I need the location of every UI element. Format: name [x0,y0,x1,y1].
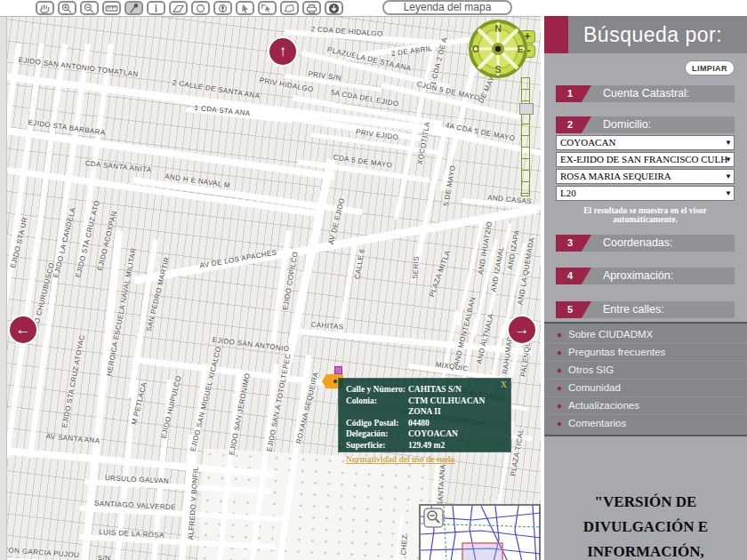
link-label: Otros SIG [568,364,614,375]
popup-row-label: Colonia: [346,396,408,418]
chevron-down-icon: ▼ [725,187,732,200]
domicilio-select-2[interactable]: ROSA MARIA SEQUEIRA▼ [556,169,735,184]
section-number-badge: 5 [556,301,591,318]
street-label: S/N [98,555,111,560]
section-label: Cuenta Catastral: [603,85,689,102]
link-label: Comentarios [568,418,626,428]
search-section-cuenta-catastral[interactable]: 1Cuenta Catastral: [556,85,735,102]
popup-close-button[interactable]: X [501,380,507,389]
select-arrow-tool-button[interactable] [236,1,254,15]
popup-row-value: COYOACAN [408,428,458,440]
measure-ruler-tool-button[interactable] [102,1,121,15]
domicilio-select-0[interactable]: COYOACAN▼ [556,135,735,150]
compass-west[interactable]: O [472,44,479,54]
popup-row-value: 129.49 m2 [408,440,445,452]
popup-row: Colonia:CTM CULHUACAN ZONA II [346,396,505,418]
search-panel-body: LIMPIAR 1Cuenta Catastral:2Domicilio: CO… [544,53,747,322]
identify-info-tool-button[interactable] [147,1,165,15]
circle-select-tool-button[interactable] [191,1,210,15]
buffer-point-tool-button[interactable] [213,1,232,15]
polygon-select-tool-button[interactable] [280,1,299,15]
clear-button[interactable]: LIMPIAR [685,60,735,76]
overview-minimap[interactable] [419,504,541,560]
section-label: Entre calles: [603,301,664,318]
select-value: ROSA MARIA SEQUEIRA [560,171,671,181]
selection-point-marker [334,366,342,374]
pan-left-button[interactable]: ← [10,316,36,343]
print-tool-button[interactable] [302,1,321,15]
sidebar-link-otros-sig[interactable]: ●Otros SIG [544,362,747,380]
pan-up-button[interactable]: ↑ [269,38,296,65]
multi-select-arrow-tool-button[interactable] [258,1,277,15]
minimap-extent-rectangle[interactable] [462,543,502,560]
panel-title: Búsqueda por: [583,16,722,53]
bullet-icon: ● [557,419,562,428]
select-value: L20 [560,188,576,198]
chevron-down-icon: ▼ [725,170,732,183]
link-label: Preguntas frecuentes [568,347,665,357]
popup-row: Calle y Número:CAHITAS S/N [346,384,505,396]
compass-north[interactable]: N [494,24,501,34]
popup-row: Código Postal:04480 [346,418,505,429]
popup-row-label: Calle y Número: [346,384,408,396]
popup-row-value: CTM CULHUACAN ZONA II [408,396,505,418]
section-number-badge: 2 [556,116,591,133]
parcel-info-popup: X Calle y Número:CAHITAS S/NColonia:CTM … [338,378,511,452]
land-use-link[interactable]: Normatividad del uso de suelo [346,453,454,466]
popup-row-value: CAHITAS S/N [408,384,462,396]
zoom-slider[interactable] [521,77,530,196]
search-section-coordenadas[interactable]: 3Coordenadas: [556,235,735,252]
eraser-tool-button[interactable] [169,1,188,15]
zoom-in-tool-button[interactable] [58,1,76,15]
bullet-icon: ● [557,365,562,375]
domicilio-select-1[interactable]: EX-EJIDO DE SAN FRANCISCO CULH▼ [556,152,735,167]
sidebar-link-preguntas-frecuentes[interactable]: ●Preguntas frecuentes [544,344,747,362]
link-label: Comunidad [568,382,621,393]
legend-button[interactable]: Leyenda del mapa [382,0,512,15]
pushpin-tool-button[interactable] [124,1,143,15]
search-panel: Búsqueda por: LIMPIAR 1Cuenta Catastral:… [544,16,747,560]
compass-east[interactable]: E [518,44,524,54]
street-label: CHEZ [400,534,409,556]
search-section-aproximaci-n[interactable]: 4Aproximación: [556,268,735,284]
sidebar-link-sobre-ciudadmx[interactable]: ●Sobre CIUDADMX [544,326,747,344]
bullet-icon: ● [557,330,562,340]
section-number-badge: 4 [556,268,591,284]
section-number-badge: 1 [556,85,591,102]
sidebar-links: ●Sobre CIUDADMX●Preguntas frecuentes●Otr… [544,322,747,436]
domicilio-select-3[interactable]: L20▼ [556,186,735,201]
popup-row: Delegación:COYOACAN [346,428,505,440]
pan-hand-tool-button[interactable] [36,1,54,15]
map-viewport[interactable]: EJIDO SAN ANTONIO TOMATLAN2 CALLE DE SAN… [0,16,541,560]
minimap-zoom-out-button[interactable] [424,508,443,527]
pan-right-button[interactable]: → [509,316,535,343]
zoom-slider-handle[interactable] [519,103,534,115]
link-label: Sobre CIUDADMX [568,329,653,340]
section-label: Domicilio: [603,116,651,133]
link-label: Actualizaciones [568,400,639,411]
search-panel-header: Búsqueda por: [544,16,747,53]
sidebar-link-comentarios[interactable]: ●Comentarios [544,415,747,432]
select-value: EX-EJIDO DE SAN FRANCISCO CULH [560,154,727,164]
chevron-down-icon: ▼ [725,153,732,166]
compass-south[interactable]: S [495,65,502,75]
compass-rose[interactable]: N S E O [463,16,533,87]
disclaimer-text: "VERSIÓN DE DIVULGACIÓN E INFORMACIÓN, N… [574,490,717,560]
zoom-out-tool-button[interactable] [80,1,99,15]
search-section-entre-calles[interactable]: 5Entre calles: [556,301,735,318]
bullet-icon: ● [557,348,562,357]
disclaimer-area: "VERSIÓN DE DIVULGACIÓN E INFORMACIÓN, N… [544,436,747,560]
search-section-domicilio[interactable]: 2Domicilio: [556,116,735,133]
sidebar-link-comunidad[interactable]: ●Comunidad [544,380,747,397]
map-left-edge [0,17,7,560]
bullet-icon: ● [557,383,562,393]
sidebar-link-actualizaciones[interactable]: ●Actualizaciones [544,397,747,415]
popup-row-label: Delegación: [346,428,408,440]
popup-row-value: 04480 [408,418,430,429]
marker-dot [333,380,337,383]
popup-row-label: Superficie: [346,440,408,452]
chevron-down-icon: ▼ [725,136,732,149]
result-hint: El resultado se muestra en el visor auto… [556,206,735,224]
ciudadmx-gis-app: Leyenda del mapa EJIDO SAN ANTONIO TOMAT… [0,0,747,560]
download-tool-button[interactable] [325,1,343,15]
